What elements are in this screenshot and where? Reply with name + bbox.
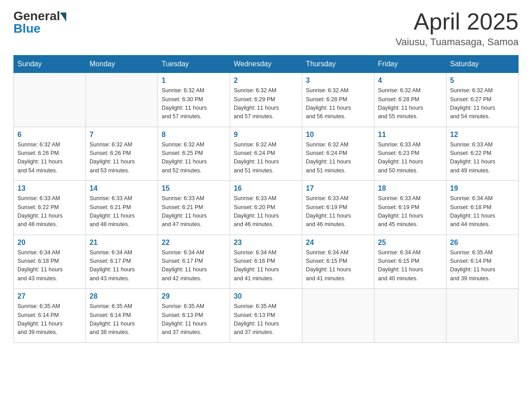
day-number: 1	[162, 77, 226, 85]
day-number: 11	[378, 131, 442, 139]
calendar-day-cell: 1Sunrise: 6:32 AMSunset: 6:30 PMDaylight…	[158, 73, 230, 127]
day-number: 17	[306, 184, 370, 193]
day-of-week-header: Tuesday	[158, 56, 230, 73]
title-section: April 2025 Vaiusu, Tuamasaga, Samoa	[395, 9, 519, 48]
calendar-day-cell: 12Sunrise: 6:33 AMSunset: 6:22 PMDayligh…	[446, 127, 519, 181]
day-number: 23	[234, 239, 298, 247]
day-number: 16	[234, 184, 298, 193]
day-info: Sunrise: 6:35 AMSunset: 6:14 PMDaylight:…	[90, 302, 154, 337]
day-info: Sunrise: 6:34 AMSunset: 6:18 PMDaylight:…	[17, 248, 82, 283]
calendar-day-cell: 8Sunrise: 6:32 AMSunset: 6:25 PMDaylight…	[158, 127, 230, 181]
day-number: 29	[162, 292, 226, 300]
day-info: Sunrise: 6:33 AMSunset: 6:19 PMDaylight:…	[306, 194, 370, 229]
day-of-week-header: Friday	[374, 56, 446, 73]
calendar-day-cell: 28Sunrise: 6:35 AMSunset: 6:14 PMDayligh…	[86, 289, 158, 343]
calendar-day-cell: 3Sunrise: 6:32 AMSunset: 6:28 PMDaylight…	[302, 73, 374, 127]
day-number: 19	[450, 184, 515, 193]
day-of-week-header: Wednesday	[230, 56, 302, 73]
day-of-week-header: Sunday	[14, 56, 86, 73]
day-info: Sunrise: 6:34 AMSunset: 6:15 PMDaylight:…	[378, 248, 442, 283]
calendar-day-cell: 4Sunrise: 6:32 AMSunset: 6:28 PMDaylight…	[374, 73, 446, 127]
day-info: Sunrise: 6:33 AMSunset: 6:20 PMDaylight:…	[234, 194, 298, 229]
day-number: 22	[162, 239, 226, 247]
day-info: Sunrise: 6:35 AMSunset: 6:13 PMDaylight:…	[162, 302, 226, 337]
day-number: 28	[90, 292, 154, 300]
month-title: April 2025	[395, 9, 519, 34]
day-info: Sunrise: 6:33 AMSunset: 6:22 PMDaylight:…	[17, 194, 82, 229]
day-number: 18	[378, 184, 442, 193]
calendar-day-cell: 27Sunrise: 6:35 AMSunset: 6:14 PMDayligh…	[14, 289, 86, 343]
day-info: Sunrise: 6:33 AMSunset: 6:19 PMDaylight:…	[378, 194, 442, 229]
day-number: 3	[306, 77, 370, 85]
logo-blue-text: Blue	[13, 21, 66, 36]
day-info: Sunrise: 6:32 AMSunset: 6:29 PMDaylight:…	[234, 86, 298, 121]
calendar-day-cell: 16Sunrise: 6:33 AMSunset: 6:20 PMDayligh…	[230, 181, 302, 235]
calendar-day-cell: 21Sunrise: 6:34 AMSunset: 6:17 PMDayligh…	[86, 235, 158, 289]
day-info: Sunrise: 6:32 AMSunset: 6:24 PMDaylight:…	[306, 141, 370, 176]
calendar-table: SundayMondayTuesdayWednesdayThursdayFrid…	[13, 55, 519, 343]
logo-arrow-icon	[60, 13, 66, 21]
calendar-day-cell: 15Sunrise: 6:33 AMSunset: 6:21 PMDayligh…	[158, 181, 230, 235]
calendar-day-cell: 11Sunrise: 6:33 AMSunset: 6:23 PMDayligh…	[374, 127, 446, 181]
calendar-day-cell: 30Sunrise: 6:35 AMSunset: 6:13 PMDayligh…	[230, 289, 302, 343]
calendar-week-row: 20Sunrise: 6:34 AMSunset: 6:18 PMDayligh…	[14, 235, 519, 289]
day-number: 5	[450, 77, 515, 85]
day-number: 4	[378, 77, 442, 85]
calendar-week-row: 1Sunrise: 6:32 AMSunset: 6:30 PMDaylight…	[14, 73, 519, 127]
day-info: Sunrise: 6:32 AMSunset: 6:30 PMDaylight:…	[162, 86, 226, 121]
day-info: Sunrise: 6:35 AMSunset: 6:14 PMDaylight:…	[450, 248, 515, 283]
calendar-week-row: 6Sunrise: 6:32 AMSunset: 6:26 PMDaylight…	[14, 127, 519, 181]
day-number: 13	[17, 184, 82, 193]
day-info: Sunrise: 6:34 AMSunset: 6:17 PMDaylight:…	[90, 248, 154, 283]
calendar-day-cell: 13Sunrise: 6:33 AMSunset: 6:22 PMDayligh…	[14, 181, 86, 235]
day-number: 9	[234, 131, 298, 139]
day-info: Sunrise: 6:32 AMSunset: 6:26 PMDaylight:…	[17, 141, 82, 176]
day-number: 2	[234, 77, 298, 85]
day-info: Sunrise: 6:33 AMSunset: 6:21 PMDaylight:…	[90, 194, 154, 229]
day-number: 25	[378, 239, 442, 247]
calendar-day-cell: 20Sunrise: 6:34 AMSunset: 6:18 PMDayligh…	[14, 235, 86, 289]
calendar-day-cell: 25Sunrise: 6:34 AMSunset: 6:15 PMDayligh…	[374, 235, 446, 289]
day-number: 30	[234, 292, 298, 300]
day-number: 15	[162, 184, 226, 193]
day-info: Sunrise: 6:33 AMSunset: 6:23 PMDaylight:…	[378, 141, 442, 176]
calendar-day-cell: 6Sunrise: 6:32 AMSunset: 6:26 PMDaylight…	[14, 127, 86, 181]
calendar-week-row: 13Sunrise: 6:33 AMSunset: 6:22 PMDayligh…	[14, 181, 519, 235]
day-number: 24	[306, 239, 370, 247]
day-number: 10	[306, 131, 370, 139]
calendar-day-cell: 19Sunrise: 6:34 AMSunset: 6:18 PMDayligh…	[446, 181, 519, 235]
day-number: 27	[17, 292, 82, 300]
calendar-day-cell: 5Sunrise: 6:32 AMSunset: 6:27 PMDaylight…	[446, 73, 519, 127]
day-info: Sunrise: 6:33 AMSunset: 6:21 PMDaylight:…	[162, 194, 226, 229]
location-title: Vaiusu, Tuamasaga, Samoa	[395, 36, 519, 48]
day-of-week-header: Saturday	[446, 56, 519, 73]
calendar-day-cell	[86, 73, 158, 127]
calendar-day-cell: 2Sunrise: 6:32 AMSunset: 6:29 PMDaylight…	[230, 73, 302, 127]
calendar-day-cell: 22Sunrise: 6:34 AMSunset: 6:17 PMDayligh…	[158, 235, 230, 289]
day-info: Sunrise: 6:34 AMSunset: 6:15 PMDaylight:…	[306, 248, 370, 283]
page-header: General Blue April 2025 Vaiusu, Tuamasag…	[13, 9, 519, 48]
day-info: Sunrise: 6:35 AMSunset: 6:13 PMDaylight:…	[234, 302, 298, 337]
logo[interactable]: General Blue	[13, 9, 66, 36]
calendar-day-cell: 26Sunrise: 6:35 AMSunset: 6:14 PMDayligh…	[446, 235, 519, 289]
day-number: 6	[17, 131, 82, 139]
calendar-day-cell: 17Sunrise: 6:33 AMSunset: 6:19 PMDayligh…	[302, 181, 374, 235]
day-info: Sunrise: 6:34 AMSunset: 6:18 PMDaylight:…	[450, 194, 515, 229]
calendar-day-cell: 23Sunrise: 6:34 AMSunset: 6:16 PMDayligh…	[230, 235, 302, 289]
calendar-day-cell: 14Sunrise: 6:33 AMSunset: 6:21 PMDayligh…	[86, 181, 158, 235]
calendar-day-cell: 9Sunrise: 6:32 AMSunset: 6:24 PMDaylight…	[230, 127, 302, 181]
day-info: Sunrise: 6:32 AMSunset: 6:28 PMDaylight:…	[378, 86, 442, 121]
calendar-day-cell	[374, 289, 446, 343]
calendar-day-cell	[14, 73, 86, 127]
calendar-day-cell: 24Sunrise: 6:34 AMSunset: 6:15 PMDayligh…	[302, 235, 374, 289]
day-number: 12	[450, 131, 515, 139]
day-info: Sunrise: 6:32 AMSunset: 6:28 PMDaylight:…	[306, 86, 370, 121]
calendar-day-cell: 18Sunrise: 6:33 AMSunset: 6:19 PMDayligh…	[374, 181, 446, 235]
day-number: 21	[90, 239, 154, 247]
calendar-day-cell	[302, 289, 374, 343]
day-info: Sunrise: 6:35 AMSunset: 6:14 PMDaylight:…	[17, 302, 82, 337]
day-of-week-header: Monday	[86, 56, 158, 73]
day-info: Sunrise: 6:34 AMSunset: 6:16 PMDaylight:…	[234, 248, 298, 283]
day-of-week-header: Thursday	[302, 56, 374, 73]
day-number: 26	[450, 239, 515, 247]
